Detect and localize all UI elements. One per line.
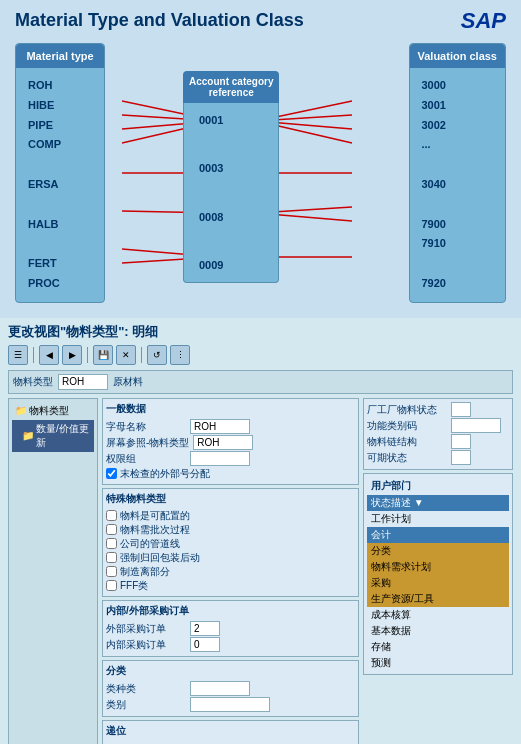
material-type-header: Material type bbox=[16, 44, 104, 68]
mat-type-roh: ROH bbox=[28, 76, 92, 96]
char-name-label: 字母名称 bbox=[106, 420, 186, 434]
mat-type-comp: COMP bbox=[28, 135, 92, 155]
configurable-row: 物料是可配置的 bbox=[106, 509, 355, 523]
val-spacer3 bbox=[422, 254, 493, 274]
mat-type-spacer2 bbox=[28, 195, 92, 215]
func-category-row: 功能类别码 bbox=[367, 418, 509, 434]
class-cat-row: 类别 bbox=[106, 697, 355, 713]
toolbar-more-icon[interactable]: ⋮ bbox=[170, 345, 190, 365]
plant-mat-status-label: 厂工厂物料状态 bbox=[367, 403, 447, 417]
nav-tree: 📁 物料类型 📁 数量/价值更新 bbox=[8, 398, 98, 744]
mat-type-hibe: HIBE bbox=[28, 96, 92, 116]
ext-num-label: 末检查的外部号分配 bbox=[120, 467, 210, 481]
permission-group-row: 权限组 bbox=[106, 451, 355, 467]
old-status-input[interactable] bbox=[451, 450, 471, 465]
nav-item-material-type[interactable]: 📁 物料类型 bbox=[12, 402, 94, 420]
main-form: 一般数据 字母名称 屏幕参照-物料类型 权限组 bbox=[102, 398, 513, 744]
toolbar-cancel-icon[interactable]: ✕ bbox=[116, 345, 136, 365]
sap-logo: SAP bbox=[461, 8, 506, 34]
int-po-label: 内部采购订单 bbox=[106, 638, 186, 652]
pipeline-checkbox[interactable] bbox=[106, 538, 117, 549]
toolbar-save-icon[interactable]: 💾 bbox=[93, 345, 113, 365]
plant-mat-status-input[interactable] bbox=[451, 402, 471, 417]
configurable-label: 物料是可配置的 bbox=[120, 509, 190, 523]
dept-item-accounting[interactable]: 会计 bbox=[367, 527, 509, 543]
dept-item-prod-resource[interactable]: 生产资源/工具 bbox=[367, 591, 509, 607]
mfg-parts-checkbox[interactable] bbox=[106, 566, 117, 577]
class-cat-input[interactable] bbox=[190, 697, 270, 712]
mat-type-spacer1 bbox=[28, 155, 92, 175]
ext-num-checkbox[interactable] bbox=[106, 468, 117, 479]
class-type-row: 类种类 bbox=[106, 681, 355, 697]
toolbar-prev-icon[interactable]: ◀ bbox=[39, 345, 59, 365]
mfg-parts-label: 制造离部分 bbox=[120, 565, 170, 579]
val-3040: 3040 bbox=[422, 175, 493, 195]
mat-type-proc: PROC bbox=[28, 274, 92, 294]
valuation-class-items: 3000 3001 3002 ... 3040 7900 7910 7920 bbox=[422, 76, 493, 294]
batch-label: 物料需批次过程 bbox=[120, 523, 190, 537]
class-type-label: 类种类 bbox=[106, 682, 186, 696]
dept-item-status[interactable]: 状态描述 ▼ bbox=[367, 495, 509, 511]
mat-type-label: 物料类型 bbox=[13, 375, 53, 389]
nav-item-qty-update[interactable]: 📁 数量/价值更新 bbox=[12, 420, 94, 452]
int-po-input[interactable] bbox=[190, 637, 220, 652]
classification-title: 分类 bbox=[106, 664, 355, 678]
toolbar-menu-icon[interactable]: ☰ bbox=[8, 345, 28, 365]
configurable-checkbox[interactable] bbox=[106, 510, 117, 521]
special-material-title: 特殊物料类型 bbox=[106, 492, 355, 506]
dept-item-classification[interactable]: 分类 bbox=[367, 543, 509, 559]
pipeline-label: 公司的管道线 bbox=[120, 537, 180, 551]
int-po-row: 内部采购订单 bbox=[106, 637, 355, 653]
val-7900: 7900 bbox=[422, 215, 493, 235]
toolbar-sep2 bbox=[87, 347, 88, 363]
old-status-row: 可期状态 bbox=[367, 450, 509, 466]
nav-label-material-type: 物料类型 bbox=[29, 404, 69, 418]
dept-item-basic[interactable]: 基本数据 bbox=[367, 623, 509, 639]
dept-item-work-plan[interactable]: 工作计划 bbox=[367, 511, 509, 527]
purchase-order-section: 内部/外部采购订单 外部采购订单 内部采购订单 bbox=[102, 600, 359, 657]
general-data-section: 一般数据 字母名称 屏幕参照-物料类型 权限组 bbox=[102, 398, 359, 485]
diagram-title: Material Type and Valuation Class bbox=[15, 10, 506, 31]
mat-type-pipe: PIPE bbox=[28, 116, 92, 136]
right-column: 厂工厂物料状态 功能类别码 物料链结构 可期状态 bbox=[363, 398, 513, 744]
return-pkg-label: 强制归回包装后动 bbox=[120, 551, 200, 565]
toolbar-next-icon[interactable]: ▶ bbox=[62, 345, 82, 365]
toolbar-refresh-icon[interactable]: ↺ bbox=[147, 345, 167, 365]
return-pkg-row: 强制归回包装后动 bbox=[106, 551, 355, 565]
return-pkg-checkbox[interactable] bbox=[106, 552, 117, 563]
ext-po-input[interactable] bbox=[190, 621, 220, 636]
dept-item-purchasing[interactable]: 采购 bbox=[367, 575, 509, 591]
ext-po-row: 外部采购订单 bbox=[106, 621, 355, 637]
class-type-input[interactable] bbox=[190, 681, 250, 696]
diagram-section: Material Type and Valuation Class SAP Ma… bbox=[0, 0, 521, 318]
bom-input[interactable] bbox=[451, 434, 471, 449]
dept-item-mrp[interactable]: 物料需求计划 bbox=[367, 559, 509, 575]
unit-section: 递位 bbox=[102, 720, 359, 744]
nav-folder-icon2: 📁 bbox=[22, 430, 34, 441]
old-status-label: 可期状态 bbox=[367, 451, 447, 465]
screen-ref-row: 屏幕参照-物料类型 bbox=[106, 435, 355, 451]
dept-item-costing[interactable]: 成本核算 bbox=[367, 607, 509, 623]
general-data-title: 一般数据 bbox=[106, 402, 355, 416]
plant-mat-status-row: 厂工厂物料状态 bbox=[367, 402, 509, 418]
unit-label: 递位 bbox=[106, 724, 355, 738]
fff-checkbox[interactable] bbox=[106, 580, 117, 591]
dept-item-forecast[interactable]: 预测 bbox=[367, 655, 509, 671]
class-cat-label: 类别 bbox=[106, 698, 186, 712]
material-type-items: ROH HIBE PIPE COMP ERSA HALB FERT PROC bbox=[28, 76, 92, 294]
plant-status-section: 厂工厂物料状态 功能类别码 物料链结构 可期状态 bbox=[363, 398, 513, 470]
mat-type-input[interactable] bbox=[58, 374, 108, 390]
batch-checkbox[interactable] bbox=[106, 524, 117, 535]
left-column: 一般数据 字母名称 屏幕参照-物料类型 权限组 bbox=[102, 398, 359, 744]
diagram-container: Material type ROH HIBE PIPE COMP ERSA HA… bbox=[15, 43, 506, 303]
dept-item-storage[interactable]: 存储 bbox=[367, 639, 509, 655]
screen-ref-label: 屏幕参照-物料类型 bbox=[106, 436, 189, 450]
char-name-input[interactable] bbox=[190, 419, 250, 434]
func-category-input[interactable] bbox=[451, 418, 501, 433]
toolbar-sep1 bbox=[33, 347, 34, 363]
screen-ref-input[interactable] bbox=[193, 435, 253, 450]
val-spacer1 bbox=[422, 155, 493, 175]
permission-group-input[interactable] bbox=[190, 451, 250, 466]
val-7910: 7910 bbox=[422, 234, 493, 254]
permission-group-label: 权限组 bbox=[106, 452, 186, 466]
